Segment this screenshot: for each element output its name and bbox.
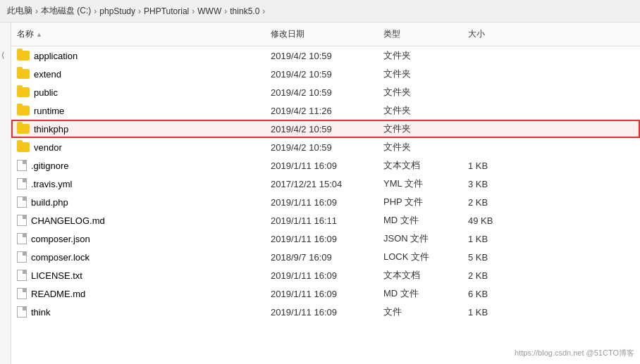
file-modified-cell: 2019/1/11 16:09 (265, 232, 378, 246)
breadcrumb-item-think5[interactable]: think5.0 (230, 6, 259, 16)
folder-icon (17, 51, 30, 61)
file-size-cell (462, 127, 519, 130)
file-size-cell: 1 KB (462, 306, 519, 319)
table-row[interactable]: runtime2019/4/2 11:26文件夹 (11, 101, 640, 120)
folder-icon (17, 142, 30, 152)
file-size-cell: 6 KB (462, 287, 519, 301)
file-modified-cell: 2019/4/2 11:26 (265, 104, 378, 118)
file-name-label: public (34, 87, 58, 98)
file-type-cell: YML 文件 (378, 176, 462, 192)
file-type-cell: 文本文档 (378, 268, 462, 283)
file-modified-cell: 2019/1/11 16:11 (265, 214, 378, 227)
file-modified-cell: 2019/4/2 10:59 (265, 68, 378, 81)
file-name-label: application (34, 51, 78, 61)
file-name-label: vendor (34, 142, 62, 153)
table-row[interactable]: application2019/4/2 10:59文件夹 (11, 46, 640, 65)
col-header-type[interactable]: 类型 (378, 25, 462, 43)
file-name-label: think (31, 307, 50, 318)
file-doc-icon (17, 288, 27, 299)
file-doc-icon (17, 306, 27, 318)
file-doc-icon (17, 196, 27, 208)
breadcrumb: 此电脑 › 本地磁盘 (C:) › phpStudy › PHPTutorial… (0, 0, 640, 23)
file-size-cell: 1 KB (462, 159, 519, 172)
file-modified-cell: 2019/1/11 16:09 (265, 159, 378, 172)
col-header-size[interactable]: 大小 (462, 25, 519, 43)
breadcrumb-item-www[interactable]: WWW (197, 6, 221, 16)
file-modified-cell: 2019/4/2 10:59 (265, 49, 378, 63)
file-size-cell (462, 91, 519, 94)
file-size-cell (462, 109, 519, 112)
file-modified-cell: 2019/1/11 16:09 (265, 269, 378, 282)
file-modified-cell: 2019/1/11 16:09 (265, 306, 378, 319)
table-row[interactable]: composer.lock2018/9/7 16:09LOCK 文件5 KB (11, 248, 640, 266)
file-type-cell: 文件 (378, 304, 462, 320)
file-size-cell: 49 KB (462, 214, 519, 227)
file-type-cell: LOCK 文件 (378, 249, 462, 265)
file-modified-cell: 2018/9/7 16:09 (265, 251, 378, 264)
file-doc-icon (17, 215, 27, 226)
file-name-label: composer.json (31, 234, 90, 244)
file-name-label: .travis.yml (31, 179, 73, 189)
table-row[interactable]: think2019/1/11 16:09文件1 KB (11, 303, 640, 321)
column-headers: 名称 ▲ 修改日期 类型 大小 (11, 23, 640, 46)
file-type-cell: 文件夹 (378, 103, 462, 118)
table-row[interactable]: CHANGELOG.md2019/1/11 16:11MD 文件49 KB (11, 211, 640, 230)
table-row[interactable]: extend2019/4/2 10:59文件夹 (11, 65, 640, 83)
file-size-cell: 2 KB (462, 196, 519, 209)
file-modified-cell: 2019/1/11 16:09 (265, 287, 378, 301)
file-type-cell: PHP 文件 (378, 194, 462, 210)
table-row[interactable]: thinkphp2019/4/2 10:59文件夹 (11, 120, 640, 138)
file-type-cell: 文件夹 (378, 121, 462, 137)
file-name-label: README.md (31, 289, 85, 299)
folder-icon (17, 87, 30, 97)
file-doc-icon (17, 270, 27, 281)
file-size-cell (462, 73, 519, 75)
table-row[interactable]: .travis.yml2017/12/21 15:04YML 文件3 KB (11, 175, 640, 193)
table-row[interactable]: build.php2019/1/11 16:09PHP 文件2 KB (11, 193, 640, 211)
file-size-cell: 5 KB (462, 251, 519, 264)
file-name-label: CHANGELOG.md (31, 215, 105, 226)
file-type-cell: 文件夹 (378, 84, 462, 100)
col-header-modified[interactable]: 修改日期 (265, 25, 378, 43)
file-name-label: LICENSE.txt (31, 270, 82, 281)
file-size-cell: 3 KB (462, 177, 519, 191)
breadcrumb-item-computer[interactable]: 此电脑 (7, 5, 32, 17)
file-type-cell: 文件夹 (378, 66, 462, 82)
main-container: ⟨ 名称 ▲ 修改日期 类型 大小 application2019/4/2 10… (0, 23, 640, 364)
file-list-area: 名称 ▲ 修改日期 类型 大小 application2019/4/2 10:5… (11, 23, 640, 364)
table-row[interactable]: composer.json2019/1/11 16:09JSON 文件1 KB (11, 230, 640, 248)
table-row[interactable]: vendor2019/4/2 10:59文件夹 (11, 138, 640, 156)
file-type-cell: JSON 文件 (378, 231, 462, 246)
folder-icon (17, 106, 30, 115)
file-modified-cell: 2019/4/2 10:59 (265, 86, 378, 99)
file-modified-cell: 2019/4/2 10:59 (265, 141, 378, 154)
file-name-label: composer.lock (31, 252, 90, 263)
breadcrumb-item-phpstudy[interactable]: phpStudy (99, 6, 135, 16)
file-type-cell: 文件夹 (378, 139, 462, 155)
table-row[interactable]: README.md2019/1/11 16:09MD 文件6 KB (11, 284, 640, 303)
table-row[interactable]: public2019/4/2 10:59文件夹 (11, 83, 640, 101)
file-type-cell: 文件夹 (378, 48, 462, 63)
table-row[interactable]: .gitignore2019/1/11 16:09文本文档1 KB (11, 156, 640, 175)
file-size-cell (462, 146, 519, 149)
file-doc-icon (17, 251, 27, 263)
file-name-label: runtime (34, 106, 64, 116)
file-size-cell (462, 54, 519, 57)
file-type-cell: MD 文件 (378, 213, 462, 228)
breadcrumb-item-c[interactable]: 本地磁盘 (C:) (41, 5, 91, 17)
table-row[interactable]: LICENSE.txt2019/1/11 16:09文本文档2 KB (11, 266, 640, 284)
left-panel-arrow[interactable]: ⟨ (1, 51, 10, 59)
file-doc-icon (17, 178, 27, 189)
file-doc-icon (17, 233, 27, 244)
file-type-cell: 文本文档 (378, 158, 462, 173)
file-modified-cell: 2019/4/2 10:59 (265, 123, 378, 136)
breadcrumb-item-phptutorial[interactable]: PHPTutorial (144, 6, 189, 16)
watermark: https://blog.csdn.net @51CTO博客 (515, 348, 634, 358)
col-header-name[interactable]: 名称 ▲ (11, 25, 265, 43)
file-type-cell: MD 文件 (378, 286, 462, 301)
sort-arrow-icon: ▲ (36, 31, 42, 38)
file-doc-icon (17, 160, 27, 171)
file-rows-container: application2019/4/2 10:59文件夹extend2019/4… (11, 46, 640, 321)
file-size-cell: 2 KB (462, 269, 519, 282)
file-name-label: thinkphp (34, 124, 68, 134)
